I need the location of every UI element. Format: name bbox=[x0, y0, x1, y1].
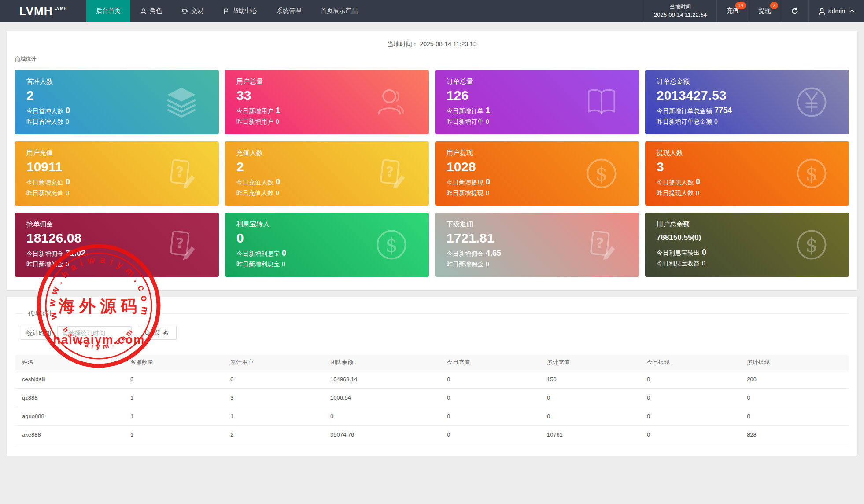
section-title-mall-stats: 商城统计 bbox=[15, 55, 849, 63]
stat-card-recharge-users: 充值人数 2 今日充值人数0 昨日充值人数0 ? bbox=[225, 141, 429, 206]
person-icon bbox=[140, 8, 147, 15]
section-title-agent-stats: 代理统计 bbox=[23, 310, 57, 318]
dollar-circle-icon: $ bbox=[374, 228, 409, 262]
nav-item-label: 后台首页 bbox=[96, 7, 121, 15]
stat-card-total-users: 用户总量 33 今日新增用户1 昨日新增用户0 bbox=[225, 70, 429, 134]
nav-item-label: 首页展示产品 bbox=[321, 7, 358, 15]
refresh-button[interactable] bbox=[781, 0, 808, 22]
svg-text:$: $ bbox=[385, 234, 398, 256]
username-text: admin bbox=[828, 7, 845, 15]
nav-item-label: 帮助中心 bbox=[233, 7, 257, 15]
stat-card-grab-commission: 抢单佣金 18126.08 今日新增佣金31.02 昨日新增佣金0 ? bbox=[15, 213, 219, 277]
file-question-icon: ? bbox=[374, 156, 409, 191]
user-icon bbox=[818, 7, 826, 15]
agent-filter-row: 统计时间 搜索 bbox=[20, 326, 849, 340]
nav-item-label: 角色 bbox=[150, 7, 162, 15]
stat-card-interest-transfer-in: 利息宝转入 0 今日新增利息宝0 昨日新增利息宝0 $ bbox=[225, 213, 429, 277]
yen-circle-icon bbox=[794, 85, 829, 119]
agent-stats-panel: 代理统计 统计时间 搜索 姓名 客服数量 累计用户 团队余额 今日充值 累计充值… bbox=[7, 297, 857, 456]
stat-time-input[interactable] bbox=[58, 326, 132, 339]
scales-icon bbox=[181, 8, 188, 15]
panel-local-time: 当地时间： 2025-08-14 11:23:13 bbox=[15, 37, 849, 53]
table-row: aguo888 1 1 0 0 0 0 0 bbox=[15, 407, 849, 426]
panel-local-time-value: 2025-08-14 11:23:13 bbox=[420, 40, 476, 48]
logo-text: LVMH bbox=[19, 4, 53, 18]
file-question-icon: ? bbox=[584, 228, 619, 262]
stat-card-user-recharge: 用户充值 10911 今日新增充值0 昨日新增充值0 ? bbox=[15, 141, 219, 206]
nav-item-help[interactable]: 帮助中心 bbox=[213, 0, 267, 22]
col-total-recharge: 累计充值 bbox=[540, 355, 640, 370]
nav-item-label: 系统管理 bbox=[277, 7, 301, 15]
col-today-withdraw: 今日提现 bbox=[640, 355, 740, 370]
recharge-badge: 14 bbox=[735, 2, 746, 9]
svg-text:?: ? bbox=[386, 164, 394, 180]
local-time-label: 当地时间 bbox=[670, 3, 691, 11]
recharge-notice-button[interactable]: 充值 14 bbox=[716, 0, 749, 22]
layers-icon bbox=[164, 85, 199, 119]
agent-stats-legend: 代理统计 bbox=[15, 313, 849, 314]
col-total-users: 累计用户 bbox=[224, 355, 324, 370]
stat-card-total-user-balance: 用户总余额 768150.55(0) 今日利息宝转出0 今日利息宝收益0 $ bbox=[645, 213, 849, 277]
mall-stats-panel: 当地时间： 2025-08-14 11:23:13 商城统计 首冲人数 2 今日… bbox=[7, 31, 857, 290]
flag-icon bbox=[223, 8, 229, 15]
users-icon bbox=[374, 85, 409, 119]
chevron-up-icon bbox=[849, 9, 854, 13]
nav-item-roles[interactable]: 角色 bbox=[130, 0, 172, 22]
col-service-count: 客服数量 bbox=[124, 355, 224, 370]
file-question-icon: ? bbox=[164, 228, 199, 262]
withdraw-badge: 2 bbox=[770, 2, 778, 9]
user-menu[interactable]: admin bbox=[808, 0, 864, 22]
book-icon bbox=[584, 85, 619, 119]
stat-card-user-withdraw: 用户提现 1028 今日新增提现0 昨日新增提现0 $ bbox=[435, 141, 639, 206]
nav-item-system[interactable]: 系统管理 bbox=[267, 0, 311, 22]
top-navbar: LVMHLVMH 后台首页 角色 交易 帮助中心 系统管理 首页展示产品 当地时… bbox=[0, 0, 864, 22]
table-header-row: 姓名 客服数量 累计用户 团队余额 今日充值 累计充值 今日提现 累计提现 bbox=[15, 355, 849, 370]
table-row: ake888 1 2 35074.76 0 10761 0 828 bbox=[15, 426, 849, 444]
dollar-circle-icon: $ bbox=[794, 228, 829, 262]
agents-table: 姓名 客服数量 累计用户 团队余额 今日充值 累计充值 今日提现 累计提现 ce… bbox=[15, 355, 849, 444]
stat-card-withdraw-users: 提现人数 3 今日提现人数0 昨日提现人数0 $ bbox=[645, 141, 849, 206]
navbar-right: 当地时间 2025-08-14 11:22:54 充值 14 提现 2 admi… bbox=[644, 0, 864, 22]
stat-card-total-order-amount: 订单总金额 2013427.53 今日新增订单总金额7754 昨日新增订单总金额… bbox=[645, 70, 849, 134]
col-team-balance: 团队余额 bbox=[324, 355, 440, 370]
nav-item-dashboard[interactable]: 后台首页 bbox=[86, 0, 130, 22]
svg-text:$: $ bbox=[805, 234, 818, 256]
nav-item-label: 交易 bbox=[191, 7, 203, 15]
table-row: ceshidaili 0 6 104968.14 0 150 0 200 bbox=[15, 370, 849, 389]
svg-text:?: ? bbox=[596, 235, 604, 251]
search-button[interactable]: 搜索 bbox=[138, 326, 177, 340]
svg-text:$: $ bbox=[805, 162, 818, 185]
withdraw-notice-button[interactable]: 提现 2 bbox=[749, 0, 781, 22]
refresh-icon bbox=[791, 7, 798, 15]
stat-card-first-recharge-users: 首冲人数 2 今日首冲人数0 昨日首冲人数0 bbox=[15, 70, 219, 134]
stat-card-sub-rebate: 下级返佣 1721.81 今日新增佣金4.65 昨日新增佣金0 ? bbox=[435, 213, 639, 277]
local-time-value: 2025-08-14 11:22:54 bbox=[654, 11, 707, 19]
withdraw-label: 提现 bbox=[759, 7, 771, 15]
search-icon bbox=[144, 330, 151, 336]
col-today-recharge: 今日充值 bbox=[440, 355, 540, 370]
search-button-label: 搜索 bbox=[154, 329, 171, 337]
file-question-icon: ? bbox=[164, 156, 199, 191]
dollar-circle-icon: $ bbox=[794, 156, 829, 191]
col-name: 姓名 bbox=[15, 355, 124, 370]
stat-time-label: 统计时间 bbox=[20, 326, 58, 340]
local-time: 当地时间 2025-08-14 11:22:54 bbox=[644, 0, 716, 22]
table-row: qz888 1 3 1006.54 0 0 0 0 bbox=[15, 389, 849, 407]
dollar-circle-icon: $ bbox=[584, 156, 619, 191]
col-total-withdraw: 累计提现 bbox=[740, 355, 849, 370]
panel-local-time-label: 当地时间： bbox=[388, 40, 418, 48]
stat-cards-grid: 首冲人数 2 今日首冲人数0 昨日首冲人数0 用户总量 33 今日新增用户1 昨… bbox=[15, 70, 849, 277]
svg-text:$: $ bbox=[595, 162, 608, 185]
logo-sup-text: LVMH bbox=[54, 6, 67, 11]
nav-item-trade[interactable]: 交易 bbox=[172, 0, 213, 22]
svg-text:?: ? bbox=[176, 235, 184, 251]
stat-card-total-orders: 订单总量 126 今日新增订单1 昨日新增订单0 bbox=[435, 70, 639, 134]
app-logo: LVMHLVMH bbox=[0, 0, 86, 22]
nav-item-home-products[interactable]: 首页展示产品 bbox=[311, 0, 367, 22]
svg-text:?: ? bbox=[176, 164, 184, 180]
